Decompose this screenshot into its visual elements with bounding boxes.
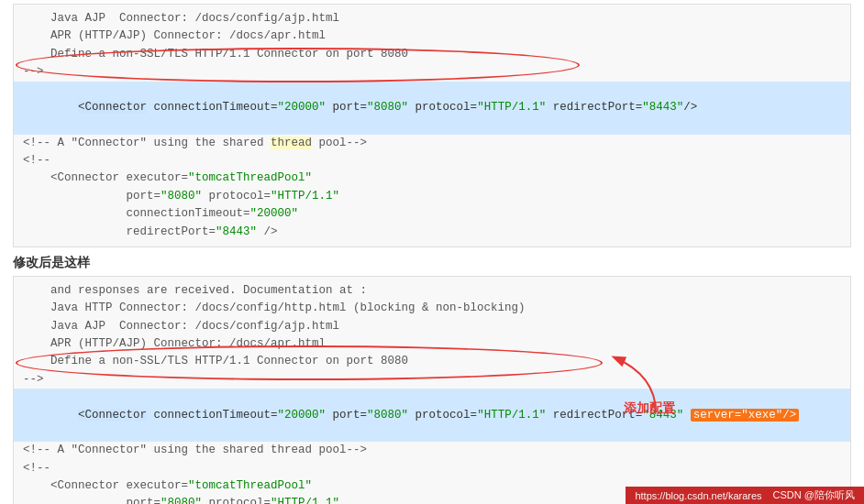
code-line: Java HTTP Connector: /docs/config/http.h… bbox=[23, 300, 841, 317]
bottom-code-block: and responses are received. Documentatio… bbox=[13, 276, 851, 504]
bottom-code-section: and responses are received. Documentatio… bbox=[0, 276, 864, 504]
code-line: port="8080" protocol="HTTP/1.1" bbox=[23, 188, 841, 205]
connector-line-1: <Connector connectionTimeout="20000" por… bbox=[14, 82, 850, 135]
connector-line-2: <Connector connectionTimeout="20000" por… bbox=[14, 389, 850, 442]
page-wrapper: Java AJP Connector: /docs/config/ajp.htm… bbox=[0, 0, 864, 504]
top-code-block: Java AJP Connector: /docs/config/ajp.htm… bbox=[13, 4, 851, 247]
code-line: and responses are received. Documentatio… bbox=[23, 282, 841, 300]
footer-user: CSDN @陪你听风 bbox=[773, 488, 855, 502]
footer-url: https://blog.csdn.net/karares bbox=[635, 490, 761, 501]
top-code-section: Java AJP Connector: /docs/config/ajp.htm… bbox=[0, 4, 864, 247]
server-attr-highlight: server="xexe"/> bbox=[691, 409, 800, 422]
code-line: <!-- bbox=[23, 460, 841, 477]
code-line: <Connector executor="tomcatThreadPool" bbox=[23, 170, 841, 187]
code-line: connectionTimeout="20000" bbox=[23, 205, 841, 223]
code-line: <!-- bbox=[23, 152, 841, 170]
footer-bar: https://blog.csdn.net/karares CSDN @陪你听风 bbox=[626, 487, 864, 504]
connector-tag-highlight-2: <Connector bbox=[78, 409, 147, 422]
code-line: APR (HTTP/AJP) Connector: /docs/apr.html bbox=[23, 335, 841, 353]
code-line: Define a non-SSL/TLS HTTP/1.1 Connector … bbox=[23, 46, 841, 63]
connector-tag-highlight: <Connector bbox=[78, 101, 147, 114]
connector-comment: <!-- A "Connector" using the shared thre… bbox=[23, 135, 841, 152]
code-line: --> bbox=[23, 63, 841, 81]
code-line: --> bbox=[23, 371, 841, 389]
code-line: redirectPort="8443" /> bbox=[23, 224, 841, 241]
connector-comment-2: <!-- A "Connector" using the shared thre… bbox=[23, 442, 841, 459]
code-line: APR (HTTP/AJP) Connector: /docs/apr.html bbox=[23, 27, 841, 45]
code-line: Define a non-SSL/TLS HTTP/1.1 Connector … bbox=[23, 353, 841, 370]
section-label: 修改后是这样 bbox=[13, 255, 851, 271]
code-line: Java AJP Connector: /docs/config/ajp.htm… bbox=[23, 318, 841, 335]
code-line: Java AJP Connector: /docs/config/ajp.htm… bbox=[23, 10, 841, 27]
